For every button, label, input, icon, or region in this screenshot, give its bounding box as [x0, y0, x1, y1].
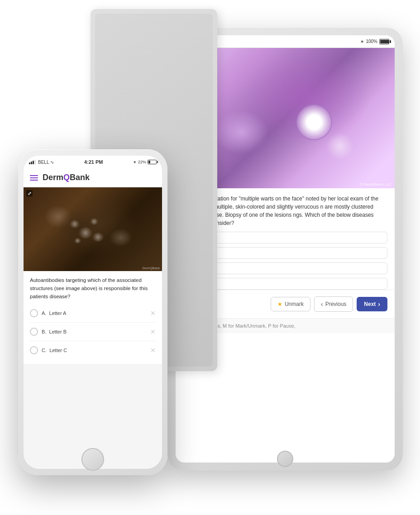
phone-question-text: Autoantibodies targeting which of the as… — [24, 271, 162, 304]
tablet-battery-icon — [379, 39, 389, 44]
signal-bar-2 — [31, 162, 32, 164]
answer-a-letter: A. — [42, 310, 49, 316]
phone-battery-fill — [148, 161, 150, 163]
menu-icon[interactable] — [30, 175, 38, 181]
tablet-image-watermark: © DermQBank, LLC — [360, 182, 392, 186]
tablet-bluetooth-icon: ∗ — [360, 39, 364, 44]
skin-lesion-image: ⤢ DermQBank — [24, 187, 162, 271]
phone-status-bar: BELL ∿ 4:21 PM ∗ 22% — [24, 156, 162, 168]
next-label: Next — [364, 301, 376, 307]
phone-status-left: BELL ∿ — [29, 160, 54, 165]
answer-b-label: B. Letter B — [42, 329, 150, 334]
tablet-battery-percent: 100% — [366, 39, 377, 44]
histology-structure — [296, 104, 332, 140]
scene: PM ∗ 100% © DermQBank, LLC — [0, 0, 420, 515]
chevron-right-icon — [378, 300, 380, 308]
phone-screen-wrapper: BELL ∿ 4:21 PM ∗ 22% — [24, 156, 162, 469]
lesion-spot-2 — [79, 227, 92, 238]
phone-status-right: ∗ 22% — [133, 160, 157, 164]
radio-a — [30, 309, 38, 317]
answer-c-text: Letter C — [49, 348, 67, 353]
phone-battery-icon — [148, 160, 157, 164]
phone-device: BELL ∿ 4:21 PM ∗ 22% — [18, 149, 167, 475]
phone-bluetooth-icon: ∗ — [133, 160, 137, 164]
unmark-button[interactable]: Unmark — [271, 297, 310, 311]
phone-image-watermark: DermQBank — [142, 267, 160, 270]
phone-header: DermQBank — [24, 168, 162, 187]
tablet-battery-fill — [380, 40, 389, 43]
lesion-spot-5 — [74, 238, 81, 243]
answer-c-x-icon: ✕ — [150, 347, 156, 354]
tablet-home-button[interactable] — [277, 451, 293, 467]
radio-c — [30, 346, 38, 354]
phone-carrier: BELL — [38, 160, 49, 165]
lesion-spot-1 — [70, 220, 80, 228]
star-icon — [277, 301, 282, 307]
answer-c-letter: C. — [42, 348, 49, 353]
phone-wifi-icon: ∿ — [50, 160, 54, 165]
phone-home-button[interactable] — [81, 448, 104, 471]
answer-a-x-icon: ✕ — [150, 310, 156, 317]
logo-derm: Derm — [43, 173, 63, 182]
tablet-battery-area: ∗ 100% — [360, 39, 389, 44]
answer-a-text: Letter A — [49, 310, 67, 316]
lesion-cluster — [65, 213, 110, 249]
previous-label: Previous — [325, 301, 347, 307]
radio-b — [30, 328, 38, 336]
answer-b-text: Letter B — [49, 329, 67, 334]
phone-answer-option-c[interactable]: C. Letter C ✕ — [30, 341, 156, 359]
signal-bar-4 — [34, 160, 36, 164]
logo-bank: Bank — [70, 173, 90, 182]
lesion-spot-4 — [92, 233, 104, 242]
answer-b-x-icon: ✕ — [150, 328, 156, 335]
lesion-spot-3 — [90, 218, 98, 225]
phone-screen: BELL ∿ 4:21 PM ∗ 22% — [24, 156, 162, 469]
previous-button[interactable]: Previous — [314, 296, 353, 312]
signal-bar-1 — [29, 162, 30, 164]
phone-logo: DermQBank — [43, 173, 90, 182]
signal-bars-icon — [29, 160, 36, 164]
menu-line-1 — [30, 175, 38, 176]
answer-a-label: A. Letter A — [42, 310, 150, 316]
chevron-left-icon — [321, 300, 323, 308]
phone-question-image: ⤢ DermQBank — [24, 187, 162, 271]
phone-battery-percent: 22% — [138, 160, 146, 164]
phone-answer-option-a[interactable]: A. Letter A ✕ — [30, 304, 156, 323]
unmark-label: Unmark — [285, 301, 304, 307]
menu-line-2 — [30, 177, 38, 178]
signal-bar-3 — [33, 161, 34, 164]
expand-icon[interactable]: ⤢ — [26, 190, 33, 196]
next-button[interactable]: Next — [357, 297, 387, 311]
phone-answer-option-b[interactable]: B. Letter B ✕ — [30, 323, 156, 341]
answer-b-letter: B. — [42, 329, 49, 334]
menu-line-3 — [30, 180, 38, 181]
phone-answer-list: A. Letter A ✕ B. Letter B ✕ — [24, 304, 162, 364]
phone-time: 4:21 PM — [54, 159, 133, 165]
logo-q: Q — [63, 173, 70, 182]
answer-c-label: C. Letter C — [42, 348, 150, 353]
